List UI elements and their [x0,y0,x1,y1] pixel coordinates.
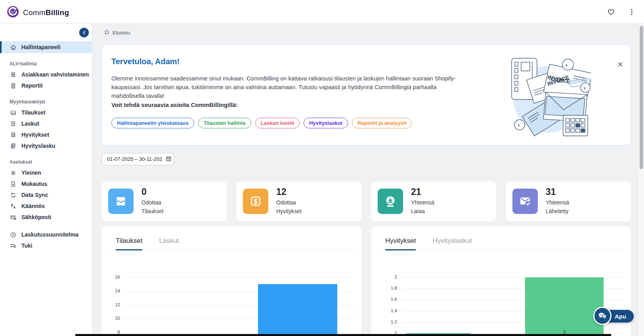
sidebar-item-label: Sähköposti [21,214,51,220]
sidebar-item-s-hk-posti[interactable]: Sähköposti [0,212,92,223]
close-icon[interactable] [616,60,625,69]
sidebar-nav: HallintapaneeliALV-hallintaAsiakkaan vah… [0,41,92,251]
inbox-tray-icon [108,189,134,214]
sidebar-item-hyvityslasku[interactable]: Hyvityslasku [0,140,92,151]
pill-hyvityslaskut[interactable]: Hyvityslaskut [304,118,348,128]
pill-raportit-ja-analyysit[interactable]: Raportit ja analyysit [352,118,412,128]
sidebar-item-label: Raportit [21,82,43,89]
sidebar-item-laskut[interactable]: €Laskut [0,118,92,129]
bar-value-2 [525,277,603,336]
sidebar-section-asetukset: Asetukset [0,157,92,167]
main-content: Etusivu Tervetuloa, Adam! Olemme innoiss… [92,24,638,336]
sidebar-item-label: Hyvityslasku [21,143,55,149]
commbilling-logo-icon [7,6,19,19]
app-window: CommBilling HallintapaneeliALV-hallintaA… [0,0,644,336]
y-axis-tick: 1.4 [381,308,397,313]
stat-card-odottaa-hyvitykset[interactable]: $12OdottaaHyvitykset [236,181,361,221]
sidebar-item-label: Tuki [21,242,32,249]
sidebar-collapse-button[interactable] [79,28,89,37]
kebab-menu-icon[interactable] [627,7,637,17]
sidebar-item-mukautus[interactable]: Mukautus [0,178,92,189]
sidebar-item-label: Yleinen [21,170,41,176]
sidebar-item-tilaukset[interactable]: Tilaukset [0,107,92,118]
stat-value: 0 [141,187,147,197]
feature-pills: Hallintapaneelin yleiskatsausTilausten h… [111,118,412,128]
app-title: CommBilling [23,8,69,17]
sidebar-item-hallintapaneeli[interactable]: Hallintapaneeli [0,41,92,53]
y-axis-tick: 1.2 [381,319,397,324]
welcome-title: Tervetuloa, Adam! [111,57,180,66]
stat-card-yhteens-lataa[interactable]: 21YhteensäLataa [371,181,496,221]
sidebar-item-label: Asiakkaan vahvistaminen [21,71,89,78]
date-range-picker[interactable]: 01-07-2025 – 30-11-202 [102,153,174,165]
chat-bubbles-icon[interactable] [593,307,612,325]
y-axis-tick: 12 [104,302,120,307]
breadcrumb-label: Etusivu [113,30,130,36]
pill-hallintapaneelin-yleiskatsaus[interactable]: Hallintapaneelin yleiskatsaus [111,118,194,128]
vertical-scrollbar [638,24,644,336]
sidebar-item-k-nn-s[interactable]: Käännös [0,200,92,212]
refunds-chart-card: HyvityksetHyvityslaskut21.81.61.41.212 [371,227,631,336]
stat-card-odottaa-tilaukset[interactable]: 0OdottaaTilaukset [101,181,227,221]
sidebar-item-yleinen[interactable]: Yleinen [0,167,92,178]
tab-tilaukset[interactable]: Tilaukset [116,237,142,250]
sidebar-section-alv-hallinta: ALV-hallinta [0,59,92,69]
sync-icon [10,191,17,199]
breadcrumb[interactable]: Etusivu [104,29,130,36]
y-axis-tick: 16 [104,275,120,279]
home-icon [10,44,17,51]
dollar-square-icon: $ [243,189,268,214]
sidebar-gap [0,223,92,229]
sidebar-item-label: Laskut [21,120,39,127]
sidebar-item-laskutussuunnitelma[interactable]: €Laskutussuunnitelma [0,229,92,240]
stat-value: 31 [546,187,556,197]
sidebar: HallintapaneeliALV-hallintaAsiakkaan vah… [0,24,92,336]
y-axis-tick: 2 [381,275,397,279]
tab-hyvityslaskut[interactable]: Hyvityslaskut [432,237,472,250]
gear-icon [10,169,17,176]
y-axis-tick: 1.6 [381,297,397,302]
header-actions [606,0,637,24]
mail-gear-icon [10,214,17,221]
top-header: CommBilling [0,0,644,24]
document-icon [10,82,17,89]
welcome-body: Olemme innoissamme saadessamme sinut muk… [111,74,480,100]
pill-laskun-luonti[interactable]: Laskun luonti [255,118,300,128]
sidebar-item-asiakkaan-vahvistaminen[interactable]: Asiakkaan vahvistaminen [0,69,92,80]
orders-chart-card: TilauksetLaskut161412108 [101,227,361,336]
svg-text:€: € [12,233,14,236]
receipt-percent-icon [10,71,17,78]
chat-icon [10,242,17,249]
tab-laskut[interactable]: Laskut [159,237,179,250]
invoices-illustration: $$$ INVOICE INVOICE OVERDUE [508,53,591,138]
welcome-subtitle: Voit tehdä seuraavia asioita CommBilling… [111,101,238,108]
stat-value: 21 [411,187,421,197]
translate-icon [10,202,17,210]
document-star-icon [10,180,17,187]
invoice-euro-icon: € [10,120,17,127]
chevron-left-icon [82,30,87,35]
stat-card-yhteens-l-hetetty[interactable]: 31YhteensäLähetetty [506,181,631,221]
chart-tabs: TilauksetLaskut [109,237,354,250]
sidebar-item-label: Laskutussuunnitelma [21,231,78,238]
heart-icon[interactable] [606,7,616,17]
sidebar-section-myyntiasiakirjat: Myyntiasiakirjat [0,97,92,107]
help-label: Apu [615,313,626,320]
sidebar-item-hyvitykset[interactable]: Hyvitykset [0,129,92,140]
download-circle-icon [378,189,403,214]
mail-check-icon [512,189,538,214]
scrollbar-thumb[interactable] [640,26,643,169]
sidebar-item-label: Hallintapaneeli [21,44,61,50]
window-bottom-edge [75,334,611,336]
y-axis-tick: 14 [104,288,120,293]
sidebar-item-data-sync[interactable]: Data Sync [0,189,92,200]
sidebar-item-tuki[interactable]: Tuki [0,240,92,251]
document-copy-icon [10,142,17,149]
y-axis-tick: 10 [104,316,120,321]
pill-tilausten-hallinta[interactable]: Tilausten hallinta [198,118,251,128]
welcome-body-line: mahdollisella tavalla! [111,92,480,100]
tab-hyvitykset[interactable]: Hyvitykset [385,237,416,250]
stat-cards: 0OdottaaTilaukset$12OdottaaHyvitykset21Y… [101,181,631,221]
sidebar-item-raportit[interactable]: Raportit [0,80,92,91]
y-axis-tick: 1.8 [381,286,397,290]
